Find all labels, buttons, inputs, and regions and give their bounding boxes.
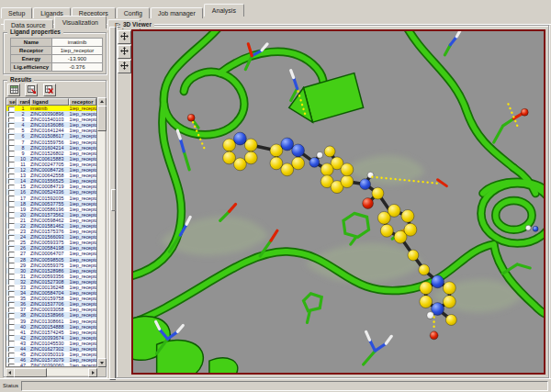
row-receptor: 1iep_receptor (69, 363, 96, 367)
prop-label-energy: Energy (11, 55, 52, 63)
viewer-group: 3D Viewer (116, 25, 549, 378)
results-table-header: sel rank ligand receptor (6, 98, 96, 106)
vertical-scroll-thumb[interactable] (97, 106, 107, 131)
results-table-body: 1imatinib1iep_receptor2ZINC003908961iep_… (6, 106, 96, 367)
column-header-ligand[interactable]: ligand (30, 98, 70, 106)
ligand-properties-title: Ligand properties (7, 28, 63, 36)
move-arrows-icon (120, 62, 129, 70)
prop-label-ligefficiency: Lig.efficiency (11, 63, 52, 72)
arrow-right-icon (92, 371, 95, 375)
prop-value-ligefficiency: -0.376 (52, 63, 103, 72)
delete-selection-button[interactable] (43, 84, 56, 96)
ligand-properties-table: Name imatinib Receptor 1iep_receptor Ene… (10, 38, 103, 72)
arrow-down-icon (100, 362, 104, 364)
viewer-move-button-2[interactable] (118, 45, 131, 59)
left-panel: Ligand properties Name imatinib Receptor… (2, 27, 108, 378)
prop-value-receptor: 1iep_receptor (52, 47, 103, 55)
panel-splitter[interactable] (109, 27, 116, 380)
prop-label-receptor: Receptor (11, 47, 52, 55)
tab-analysis[interactable]: Analysis (204, 4, 244, 17)
results-table: sel rank ligand receptor 1imatinib1iep_r… (6, 97, 97, 367)
move-arrows-icon (120, 32, 129, 40)
prop-value-name: imatinib (52, 39, 103, 47)
scroll-right-button[interactable] (88, 368, 97, 377)
prop-label-name: Name (11, 39, 52, 47)
ligand-properties-group: Ligand properties Name imatinib Receptor… (3, 32, 107, 74)
results-title: Results (7, 76, 34, 84)
export-table-icon (28, 85, 36, 94)
row-rank: 47 (17, 363, 29, 367)
status-field (21, 381, 548, 391)
viewer-controls (118, 30, 130, 74)
row-ligand: ZINC00390060 (29, 363, 70, 367)
table-grid-icon (10, 85, 18, 94)
molecular-viewport[interactable] (131, 29, 545, 375)
molecular-scene (133, 31, 544, 373)
move-arrows-icon (120, 47, 129, 55)
column-header-rank[interactable]: rank (17, 98, 29, 106)
results-horizontal-scrollbar[interactable] (6, 368, 97, 375)
column-header-receptor[interactable]: receptor (69, 98, 96, 106)
results-group: Results (3, 80, 107, 377)
delete-selection-icon (45, 85, 53, 94)
row-checkbox[interactable] (8, 364, 15, 367)
primary-tabbar: SetupLigandsReceptorsConfigJob managerAn… (1, 0, 551, 12)
results-toolbar (7, 84, 57, 95)
row-select-cell (6, 363, 17, 367)
arrow-up-icon (100, 100, 104, 103)
tab-visualization[interactable]: Visualization (54, 16, 107, 28)
status-label: Status (3, 383, 18, 388)
column-header-sel[interactable]: sel (6, 98, 17, 106)
application-window: SetupLigandsReceptorsConfigJob managerAn… (0, 0, 551, 392)
viewer-move-button-3[interactable] (118, 60, 131, 73)
arrow-left-icon (8, 371, 11, 375)
viewer-move-button-1[interactable] (118, 30, 131, 44)
status-bar: Status (0, 378, 551, 392)
secondary-tabbar: Data sourceVisualizationExport (1, 12, 551, 25)
horizontal-scroll-thumb[interactable] (14, 368, 47, 377)
table-grid-button[interactable] (7, 84, 20, 96)
prop-value-energy: -13.900 (52, 55, 103, 63)
results-vertical-scrollbar[interactable] (97, 97, 105, 367)
scroll-down-button[interactable] (97, 358, 107, 367)
table-row[interactable]: 47ZINC003900601iep_receptor (6, 363, 96, 367)
export-table-button[interactable] (25, 84, 38, 96)
viewer-title: 3D Viewer (120, 21, 154, 28)
